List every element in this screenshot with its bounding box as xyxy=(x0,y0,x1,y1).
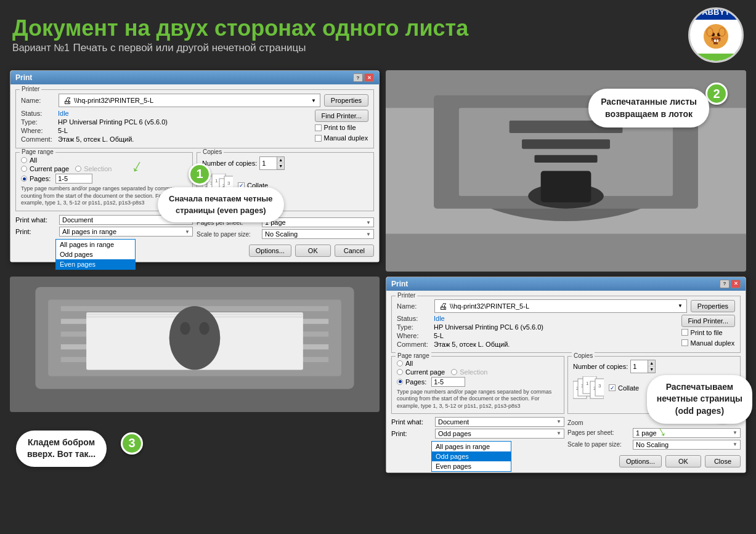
copies-arrows-2[interactable]: ▲ ▼ xyxy=(648,360,656,373)
where-value-2: 5-L xyxy=(434,332,444,339)
type-label-2: Type: xyxy=(397,323,434,331)
abbyy-text: ABBYY xyxy=(702,7,730,17)
copies-input-2[interactable] xyxy=(630,360,648,373)
properties-btn-1[interactable]: Properties xyxy=(324,94,368,107)
print-what-select-2[interactable]: Document ▼ xyxy=(435,417,564,427)
all-radio-row-2[interactable]: All xyxy=(397,360,559,367)
printer-section-2: Printer Name: 🖨 \\hq-print32\PRINTER_5-L… xyxy=(391,296,741,353)
subtitle-text: Печать с первой или другой нечетной стра… xyxy=(73,42,306,54)
properties-btn-2[interactable]: Properties xyxy=(691,300,735,312)
selection-radio-1[interactable] xyxy=(75,166,81,172)
pages-per-sheet-select-1[interactable]: 1 page ▼ xyxy=(262,217,374,227)
scale-select-2[interactable]: No Scaling ▼ xyxy=(633,440,741,450)
close-btn-1[interactable]: ✕ xyxy=(364,73,374,82)
pages-radio-1[interactable] xyxy=(21,176,27,182)
pages-radio-row-2[interactable]: Pages: xyxy=(397,377,559,387)
pages-per-sheet-select-2[interactable]: 1 page ▼ xyxy=(633,428,741,438)
close-btn-dialog2[interactable]: Close xyxy=(705,455,741,467)
svg-rect-29 xyxy=(541,171,591,202)
ok-btn-2[interactable]: OK xyxy=(665,455,701,467)
current-page-radio-1[interactable] xyxy=(21,166,27,172)
page-subtitle: Вариант №1 Печать с первой или другой не… xyxy=(12,40,468,54)
cancel-btn-1[interactable]: Cancel xyxy=(335,245,374,257)
manual-duplex-checkbox-1[interactable] xyxy=(315,135,322,142)
find-printer-btn-2[interactable]: Find Printer... xyxy=(681,315,735,327)
dropdown-item-odd-1[interactable]: Odd pages xyxy=(56,249,135,259)
comment-value-1: Этаж 5, отсек L. Общий. xyxy=(58,136,134,143)
current-page-radio-row-2[interactable]: Current page xyxy=(397,368,445,376)
all-label-2: All xyxy=(405,360,413,367)
dropdown-item-even-1[interactable]: Even pages xyxy=(56,259,135,269)
copies-up-2[interactable]: ▲ xyxy=(648,360,655,366)
copies-spinner-1[interactable]: ▲ ▼ xyxy=(259,156,285,170)
pps-arrow-2: ▼ xyxy=(733,430,738,435)
copies-visual-2: 2 3 1 2 3 xyxy=(573,376,604,401)
pages-hint-2: Type page numbers and/or page ranges sep… xyxy=(397,389,559,410)
dropdown-item-even-2[interactable]: Even pages xyxy=(432,461,511,471)
print-select-1[interactable]: All pages in range ▼ xyxy=(59,227,193,237)
help-btn-2[interactable]: ? xyxy=(720,280,730,288)
print-to-file-checkbox-2[interactable] xyxy=(681,329,688,336)
copies-arrows-1[interactable]: ▲ ▼ xyxy=(277,156,285,170)
help-btn-1[interactable]: ? xyxy=(353,73,363,82)
other-radios-1: Current page Selection xyxy=(21,165,187,174)
bubble-3-text: Кладем бобромвверх. Вот так... xyxy=(27,437,96,459)
pages-input-2[interactable] xyxy=(431,377,465,387)
print-to-file-row-2[interactable]: Print to file xyxy=(681,329,735,336)
titlebar-buttons-2: ? ✕ xyxy=(720,280,741,288)
manual-duplex-checkbox-2[interactable] xyxy=(681,339,688,346)
dropdown-item-odd-2[interactable]: Odd pages xyxy=(432,451,511,461)
name-label-2: Name: xyxy=(397,302,431,310)
print-to-file-checkbox-1[interactable] xyxy=(315,124,322,131)
current-page-radio-2[interactable] xyxy=(397,369,403,375)
comment-row-2: Comment: Этаж 5, отсек L. Общий. xyxy=(397,341,679,348)
all-radio-row-1[interactable]: All xyxy=(21,156,187,164)
scale-label-2: Scale to paper size: xyxy=(567,441,629,448)
bottom-left-area: Кладем бобромвверх. Вот так... 3 xyxy=(10,277,380,473)
dropdown-item-all-2[interactable]: All pages in range xyxy=(432,442,511,451)
selection-radio-2[interactable] xyxy=(451,369,457,375)
current-page-radio-row-1[interactable]: Current page xyxy=(21,165,69,172)
svg-rect-26 xyxy=(522,139,610,148)
scale-label-1: Scale to paper size: xyxy=(197,231,258,238)
print-to-file-row-1[interactable]: Print to file xyxy=(315,124,368,131)
pages-radio-row-1[interactable]: Pages: xyxy=(21,174,187,184)
copies-spinner-2[interactable]: ▲ ▼ xyxy=(630,360,656,373)
tray-photo-svg xyxy=(10,277,380,412)
status-row-2: Status: Idle xyxy=(397,315,679,322)
all-radio-2[interactable] xyxy=(397,360,403,366)
copies-down-1[interactable]: ▼ xyxy=(277,163,284,169)
svg-rect-9 xyxy=(717,39,718,42)
manual-duplex-row-1[interactable]: Manual duplex xyxy=(315,134,368,142)
current-page-label-2: Current page xyxy=(405,368,445,376)
comment-value-2: Этаж 5, отсек L. Общий. xyxy=(434,341,510,348)
copies-up-1[interactable]: ▲ xyxy=(277,157,284,163)
pages-radio-2[interactable] xyxy=(397,379,403,385)
pps-row-2: Pages per sheet: 1 page ▼ xyxy=(567,428,741,438)
svg-point-41 xyxy=(169,306,221,370)
options-btn-2[interactable]: Options... xyxy=(619,455,662,467)
copies-input-1[interactable] xyxy=(259,156,277,170)
options-btn-1[interactable]: Options... xyxy=(249,245,291,257)
abbyy-icon-area xyxy=(699,20,733,54)
print-select-2[interactable]: Odd pages ▼ xyxy=(435,429,564,439)
close-btn-2[interactable]: ✕ xyxy=(731,280,741,288)
find-printer-btn-1[interactable]: Find Printer... xyxy=(315,110,368,122)
manual-duplex-row-2[interactable]: Manual duplex xyxy=(681,339,735,347)
scale-select-1[interactable]: No Scaling ▼ xyxy=(262,229,374,239)
ok-btn-1[interactable]: OK xyxy=(295,245,331,257)
collate-row-2[interactable]: ✓ Collate xyxy=(609,384,639,392)
copies-down-2[interactable]: ▼ xyxy=(648,366,655,373)
print-what-value-2: Document xyxy=(438,418,469,426)
all-radio-1[interactable] xyxy=(21,157,27,163)
selection-radio-row-1[interactable]: Selection xyxy=(75,165,112,172)
scale-value-1: No Scaling xyxy=(265,230,298,238)
pages-input-1[interactable] xyxy=(55,174,92,184)
selection-radio-row-2[interactable]: Selection xyxy=(451,368,487,376)
bubble-4: Распечатываемнечетные страницы(odd pages… xyxy=(647,375,752,424)
printer-name-select-1[interactable]: 🖨 \\hq-print32\PRINTER_5-L ▼ xyxy=(59,94,320,107)
collate-checkbox-2[interactable]: ✓ xyxy=(609,384,616,391)
pages-per-sheet-value-2: 1 page xyxy=(636,429,657,437)
dropdown-item-all-1[interactable]: All pages in range xyxy=(56,240,135,249)
printer-name-select-2[interactable]: 🖨 \\hq-print32\PRINTER_5-L ▼ xyxy=(434,299,687,313)
